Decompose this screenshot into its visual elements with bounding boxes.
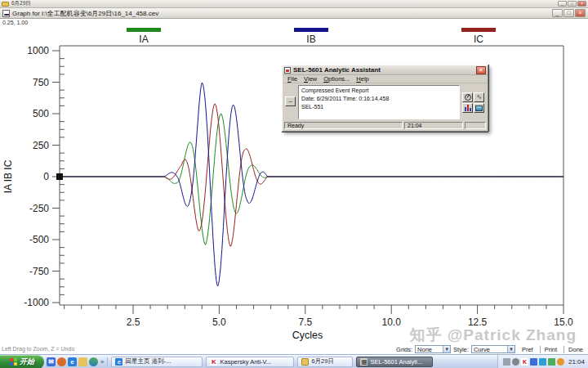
taskbar-item-folder[interactable]: 6月29日 (297, 357, 353, 367)
svg-text:750: 750 (33, 77, 49, 88)
phasor-button[interactable] (462, 92, 473, 102)
svg-text:-1000: -1000 (24, 297, 49, 308)
folder-icon (301, 358, 309, 366)
taskbar-item-label: SEL-5601 Analyti... (370, 358, 422, 366)
zoom-hint-text: Left Drag to Zoom, Z = Undo (2, 346, 74, 352)
internet-explorer-icon[interactable]: e (68, 357, 77, 366)
svg-text:Cycles: Cycles (292, 330, 323, 341)
svg-text:10.0: 10.0 (382, 316, 402, 328)
watermark: 知乎 @Patrick Zhang (410, 325, 577, 346)
collapse-button[interactable]: – (285, 96, 296, 106)
style-value: Curve (474, 346, 505, 353)
grids-dropdown[interactable]: None ▼ (415, 345, 451, 353)
minimize-icon[interactable]: _ (552, 9, 563, 17)
svg-text:-250: -250 (29, 203, 49, 214)
close-icon[interactable]: ✕ (476, 66, 486, 74)
taskbar-item-label: Kaspersky Anti-V... (220, 358, 271, 366)
browser-icon[interactable] (57, 357, 66, 366)
chevron-down-icon[interactable]: ▼ (507, 346, 514, 352)
graph-client-area: 0.25, 1.00 IA IB IC 10007505002500-250-5… (0, 19, 588, 354)
dialog-statusbar: Ready 21:04 (283, 121, 488, 130)
svg-text:-500: -500 (29, 234, 49, 245)
kaspersky-icon: K (210, 358, 217, 366)
taskbar-item-sel5601[interactable]: ▦ SEL-5601 Analyti... (356, 357, 433, 367)
dialog-title: SEL-5601 Analytic Assistant (293, 66, 381, 74)
done-button[interactable]: Done (564, 346, 587, 353)
event-report-list[interactable]: Compressed Event Report Date: 6/29/2011 … (298, 85, 460, 119)
start-label: 开始 (20, 357, 34, 367)
graph-window-title: Graph for I:\全工配机容变\6月29日\16_14_458.cev (12, 9, 158, 18)
dialog-menubar: File View Options... Help (283, 75, 488, 83)
report-line: SEL-551 (301, 103, 457, 111)
volume-icon[interactable] (512, 358, 519, 366)
update-icon[interactable] (557, 358, 564, 366)
status-text: Ready (284, 122, 403, 129)
taskbar-item-label: 6月29日 (311, 357, 334, 366)
harmonics-button[interactable] (462, 103, 473, 113)
print-button[interactable]: Print (540, 346, 561, 353)
globe-icon[interactable] (89, 357, 98, 366)
taskbar-item-label: 回星主页 港到-... (125, 357, 171, 366)
maximize-icon[interactable]: □ (564, 9, 574, 17)
grids-value: None (417, 346, 440, 353)
dialog-titlebar[interactable]: SEL-5601 Analytic Assistant ✕ (283, 65, 488, 75)
menu-file[interactable]: File (284, 75, 301, 83)
safety-icon[interactable] (548, 358, 555, 366)
clock: 21:04 (568, 358, 585, 366)
dialog-app-icon (284, 67, 291, 74)
grids-label: Grids: (396, 346, 412, 353)
svg-text:7.5: 7.5 (298, 316, 312, 328)
pref-button[interactable]: Pref (518, 346, 537, 353)
chevron-more-icon[interactable]: » (100, 358, 105, 366)
svg-text:500: 500 (33, 108, 49, 119)
spectrum-icon (475, 105, 483, 111)
folder-icon[interactable] (78, 357, 87, 366)
printer-icon[interactable] (503, 358, 510, 366)
svg-text:5.0: 5.0 (212, 316, 226, 328)
mail-icon[interactable]: ✉ (47, 357, 56, 366)
graph-bottom-toolbar: Left Drag to Zoom, Z = Undo Grids: None … (0, 345, 588, 354)
close-icon[interactable]: × (575, 9, 586, 17)
svg-text:IA IB IC: IA IB IC (2, 159, 14, 193)
oscillogram-button[interactable]: ∿ (474, 92, 484, 102)
graph-window-titlebar[interactable]: Graph for I:\全工配机容变\6月29日\16_14_458.cev … (0, 8, 588, 19)
svg-text:250: 250 (33, 140, 49, 151)
phasor-icon (465, 94, 471, 101)
display-icon[interactable] (539, 358, 546, 366)
status-extra-cell (465, 122, 486, 129)
report-line: Date: 6/29/2011 Time: 0:16:14.458 (301, 95, 457, 103)
system-tray: K 21:04 (497, 355, 588, 368)
kaspersky-tray-icon[interactable]: K (521, 358, 528, 366)
quick-launch-bar: ✉ e » (44, 357, 108, 366)
background-window-titlebar[interactable]: 6月29日 _ □ × (0, 0, 588, 8)
maximize-icon[interactable]: □ (568, 1, 577, 7)
chevron-down-icon[interactable]: ▼ (443, 346, 450, 352)
internet-explorer-icon: e (115, 358, 122, 366)
taskbar: 开始 ✉ e » e 回星主页 港到-... K Kaspersky Anti-… (0, 354, 588, 368)
close-icon[interactable]: × (577, 1, 586, 7)
menu-options[interactable]: Options... (320, 75, 353, 83)
minimize-icon[interactable]: _ (558, 1, 567, 7)
taskbar-item-kaspersky[interactable]: K Kaspersky Anti-V... (206, 357, 294, 367)
graph-app-icon (2, 10, 10, 17)
svg-text:2.5: 2.5 (127, 316, 140, 328)
taskbar-item-browser[interactable]: e 回星主页 港到-... (111, 357, 203, 367)
spectrum-button[interactable] (474, 103, 484, 113)
network-icon[interactable] (530, 358, 537, 366)
folder-icon (2, 2, 9, 7)
menu-view[interactable]: View (301, 75, 320, 83)
style-dropdown[interactable]: Curve ▼ (471, 345, 515, 353)
sel5601-dialog: SEL-5601 Analytic Assistant ✕ File View … (282, 65, 488, 132)
svg-text:0: 0 (43, 171, 49, 182)
background-window-title: 6月29日 (11, 0, 31, 7)
windows-flag-icon (10, 358, 17, 366)
bar-chart-icon (465, 105, 471, 111)
menu-help[interactable]: Help (353, 75, 372, 83)
svg-text:1000: 1000 (27, 45, 49, 56)
start-button[interactable]: 开始 (0, 355, 44, 368)
desktop: 6月29日 _ □ × Graph for I:\全工配机容变\6月29日\16… (0, 0, 588, 368)
waveform-icon: ∿ (476, 95, 482, 100)
svg-text:-750: -750 (29, 266, 49, 277)
status-time: 21:04 (404, 122, 463, 129)
report-line: Compressed Event Report (301, 87, 457, 95)
